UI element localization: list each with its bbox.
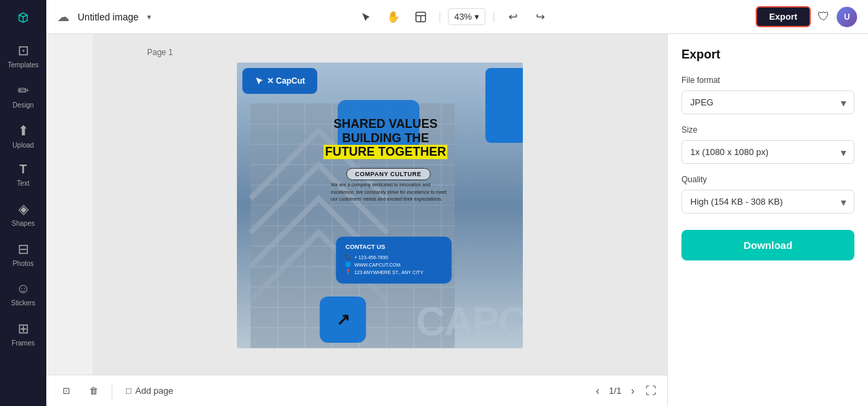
- sidebar-item-frames[interactable]: ⊞ Frames: [0, 314, 46, 354]
- sidebar-item-stickers[interactable]: ☺ Stickers: [0, 274, 46, 314]
- headline-text: SHARED VALUES BUILDING THE FUTURE TOGETH…: [324, 117, 448, 159]
- screenshot-icon: ⊡: [63, 386, 70, 396]
- document-title: Untitled image: [78, 12, 139, 22]
- add-page-button[interactable]: □ Add page: [120, 383, 179, 399]
- templates-icon: ⊡: [18, 42, 29, 58]
- topbar-right: Export 🛡 U: [756, 6, 857, 27]
- sidebar-item-upload-label: Upload: [12, 141, 34, 149]
- trash-icon: 🗑: [89, 386, 98, 396]
- next-page-button[interactable]: ›: [628, 382, 637, 400]
- quality-select[interactable]: High (154 KB - 308 KB) Medium Low: [681, 190, 854, 214]
- sidebar-item-design[interactable]: ✏ Design: [0, 75, 46, 116]
- canvas-area[interactable]: Page 1: [93, 34, 667, 406]
- sidebar-item-text-label: Text: [17, 180, 29, 187]
- upload-icon: ⬆: [18, 122, 29, 139]
- layout-button[interactable]: [410, 6, 432, 28]
- sidebar-item-templates[interactable]: ⊡ Templates: [0, 35, 46, 75]
- screenshot-button[interactable]: ⊡: [57, 383, 76, 399]
- sidebar-item-stickers-label: Stickers: [11, 299, 35, 307]
- sidebar-item-photos-label: Photos: [12, 260, 33, 267]
- shield-icon[interactable]: 🛡: [818, 10, 830, 24]
- arrow-box: ↗: [320, 297, 366, 343]
- zoom-control[interactable]: 43% ▾: [448, 8, 485, 25]
- headline-line3: FUTURE TOGETHER: [324, 145, 448, 159]
- headline-line2: BUILDING THE: [324, 131, 448, 146]
- app-logo[interactable]: [11, 5, 35, 30]
- sidebar: ⊡ Templates ✏ Design ⬆ Upload T Text ◈ S…: [0, 0, 46, 406]
- toolbar-tools: ✋ | 43% ▾ | ↩ ↪: [355, 6, 551, 28]
- sidebar-item-shapes-label: Shapes: [12, 220, 35, 227]
- capcut-logo-text: ✕ CapCut: [267, 76, 305, 86]
- capcut-logo: ✕ CapCut: [255, 76, 305, 86]
- description-text: We are a company dedicated to innovation…: [331, 182, 453, 203]
- file-format-label: File format: [681, 75, 854, 85]
- pagination-display: 1/1: [609, 386, 622, 396]
- zoom-value: 43%: [454, 12, 472, 22]
- headline-line1: SHARED VALUES: [324, 117, 448, 131]
- zoom-chevron-icon: ▾: [475, 12, 479, 22]
- sidebar-item-photos[interactable]: ⊟ Photos: [0, 234, 46, 274]
- size-select-wrapper[interactable]: 1x (1080 x 1080 px) 2x (2160 x 2160 px) …: [681, 140, 854, 164]
- sidebar-item-design-label: Design: [12, 101, 33, 109]
- quality-label: Quality: [681, 175, 854, 184]
- contact-address: 📍 123 ANYWHERE ST., ANY CITY: [345, 269, 442, 275]
- fullscreen-button[interactable]: ⛶: [645, 385, 656, 397]
- cloud-icon: ☁: [57, 10, 69, 24]
- sidebar-item-text[interactable]: T Text: [0, 156, 46, 194]
- sidebar-item-upload[interactable]: ⬆ Upload: [0, 116, 46, 156]
- capo-text: CAPC: [416, 298, 523, 345]
- delete-button[interactable]: 🗑: [84, 383, 103, 399]
- file-format-select-wrapper[interactable]: JPEG PNG PDF GIF MP4: [681, 90, 854, 114]
- hand-tool-button[interactable]: ✋: [383, 6, 404, 28]
- photos-icon: ⊟: [18, 241, 29, 257]
- export-panel: Export File format JPEG PNG PDF GIF MP4 …: [667, 34, 868, 406]
- shapes-icon: ◈: [18, 201, 29, 217]
- capcut-logo-box: ✕ CapCut: [242, 68, 317, 94]
- bottom-bar: ⊡ 🗑 □ Add page ‹ 1/1 › ⛶: [46, 375, 667, 406]
- canvas-wrapper[interactable]: ✕ CapCut SHARED VALUES BUILDING THE FUTU…: [237, 63, 523, 348]
- page-label: Page 1: [147, 48, 173, 57]
- arrow-icon: ↗: [336, 310, 350, 329]
- avatar-initials: U: [844, 12, 850, 22]
- add-page-label: Add page: [135, 386, 174, 396]
- avatar[interactable]: U: [837, 7, 857, 27]
- sidebar-item-frames-label: Frames: [12, 339, 35, 347]
- add-page-icon: □: [126, 386, 131, 396]
- sidebar-item-shapes[interactable]: ◈ Shapes: [0, 194, 46, 234]
- sidebar-item-templates-label: Templates: [7, 61, 39, 69]
- prev-page-button[interactable]: ‹: [593, 382, 602, 400]
- frames-icon: ⊞: [18, 320, 29, 337]
- design-icon: ✏: [18, 82, 29, 99]
- file-format-select[interactable]: JPEG PNG PDF GIF MP4: [681, 90, 854, 114]
- company-culture-badge: COMPANY CULTURE: [347, 168, 430, 180]
- fullscreen-icon: ⛶: [645, 385, 656, 396]
- download-button[interactable]: Download: [681, 230, 854, 260]
- main-area: Page 1: [93, 34, 868, 406]
- size-select[interactable]: 1x (1080 x 1080 px) 2x (2160 x 2160 px) …: [681, 140, 854, 164]
- blue-right-rect: [485, 68, 523, 143]
- export-panel-title: Export: [681, 48, 854, 62]
- design-preview: ✕ CapCut SHARED VALUES BUILDING THE FUTU…: [237, 63, 523, 348]
- bottom-separator: [112, 383, 112, 399]
- contact-phone: 📞 + 123-456-7890: [345, 254, 442, 260]
- text-icon: T: [20, 163, 27, 177]
- stickers-icon: ☺: [16, 281, 30, 297]
- title-dropdown-icon[interactable]: ▾: [147, 12, 151, 22]
- size-label: Size: [681, 125, 854, 135]
- export-button[interactable]: Export: [756, 6, 811, 27]
- contact-box: CONTACT US 📞 + 123-456-7890 🌐 WWW.CAPCUT…: [336, 237, 451, 284]
- quality-select-wrapper[interactable]: High (154 KB - 308 KB) Medium Low: [681, 190, 854, 214]
- contact-web: 🌐 WWW.CAPCUT.COM: [345, 262, 442, 267]
- cursor-tool-button[interactable]: [355, 6, 377, 28]
- redo-button[interactable]: ↪: [529, 6, 551, 28]
- contact-title: CONTACT US: [345, 243, 442, 250]
- pagination: ‹ 1/1 ›: [593, 382, 637, 400]
- undo-button[interactable]: ↩: [502, 6, 524, 28]
- topbar: ☁ Untitled image ▾ ✋ | 43% ▾ | ↩ ↪ Expor…: [46, 0, 868, 34]
